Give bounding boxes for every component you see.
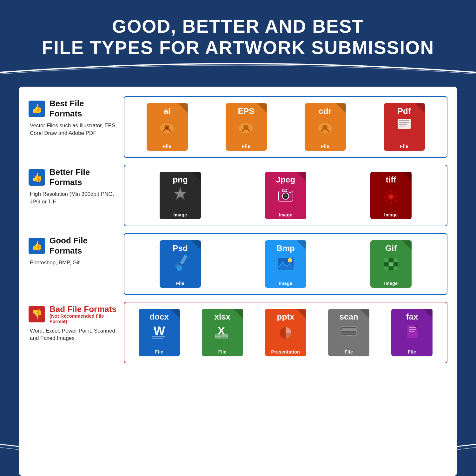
svg-rect-31 — [180, 255, 188, 265]
header: GOOD, BETTER AND BEST FILE TYPES FOR ART… — [0, 0, 476, 68]
svg-rect-8 — [399, 122, 409, 123]
file-shape-eps: EPS File — [226, 103, 267, 151]
file-shape-png: png Image — [160, 172, 201, 219]
file-shape-tiff: tiff — [370, 172, 412, 219]
bad-thumbs-icon: 👎 — [29, 306, 45, 322]
svg-rect-10 — [399, 126, 405, 127]
file-icon-jpeg: Jpeg Image — [263, 172, 308, 219]
main-container: GOOD, BETTER AND BEST FILE TYPES FOR ART… — [0, 0, 476, 476]
svg-rect-46 — [389, 267, 393, 270]
better-row: 👍 Better File Formats High Resolution (M… — [29, 165, 447, 226]
file-icon-ai: ai File — [145, 103, 189, 151]
svg-rect-44 — [394, 262, 398, 266]
svg-point-5 — [322, 125, 327, 130]
best-desc: Vector Files such as Illustrator, EPS, C… — [29, 122, 117, 137]
bad-thumbs-symbol: 👎 — [31, 309, 43, 319]
svg-rect-61 — [352, 335, 354, 339]
best-thumbs-symbol: 👍 — [31, 103, 43, 114]
file-icon-xlsx: xlsx X File — [200, 309, 245, 356]
svg-rect-40 — [389, 258, 393, 262]
best-icons-container: ai File EPS — [124, 96, 447, 158]
svg-rect-49 — [152, 336, 165, 337]
better-title: Better File Formats — [50, 167, 117, 187]
bad-row: 👎 Bad File Formats (Not Recommended File… — [29, 302, 447, 363]
header-line1: GOOD, BETTER AND BEST — [112, 16, 364, 36]
svg-point-30 — [393, 199, 397, 202]
svg-rect-18 — [282, 189, 287, 192]
ai-icon — [157, 116, 177, 137]
file-shape-scan: scan File — [328, 309, 369, 356]
bmp-icon — [275, 253, 296, 274]
svg-point-27 — [385, 191, 388, 194]
file-icon-bmp: Bmp Image — [263, 240, 308, 288]
svg-rect-9 — [399, 124, 407, 125]
psd-icon — [170, 253, 191, 274]
file-icon-png: png Image — [158, 172, 202, 219]
file-icon-fax: fax File — [390, 309, 434, 356]
fax-icon — [402, 322, 422, 341]
file-shape-psd: Psd File — [160, 240, 201, 288]
best-label-top: 👍 Best File Formats — [29, 99, 117, 118]
svg-rect-19 — [289, 192, 291, 193]
good-thumbs-icon: 👍 — [29, 238, 45, 254]
svg-rect-7 — [399, 120, 409, 121]
svg-rect-55 — [222, 334, 228, 336]
bad-desc: Word, Excel, Power Point, Scanned and Fa… — [29, 327, 117, 342]
svg-rect-50 — [152, 338, 163, 339]
file-icon-gif: Gif — [369, 240, 413, 288]
file-shape-jpeg: Jpeg Image — [265, 172, 306, 219]
better-label-side: 👍 Better File Formats High Resolution (M… — [29, 165, 124, 226]
svg-rect-65 — [409, 329, 416, 330]
better-icons-container: png Image Jpeg — [124, 165, 447, 226]
svg-rect-41 — [394, 258, 398, 262]
header-line2: FILE TYPES FOR ARTWORK SUBMISSION — [42, 37, 434, 58]
good-desc: Photoshop, BMP, Gif — [29, 259, 117, 267]
header-title: GOOD, BETTER AND BEST FILE TYPES FOR ART… — [19, 16, 457, 58]
eps-icon — [236, 116, 256, 137]
bad-icons-container: docx W File xlsx X — [124, 302, 447, 363]
content-area: 👍 Best File Formats Vector Files such as… — [19, 87, 457, 476]
file-shape-gif: Gif — [370, 240, 412, 288]
svg-rect-45 — [384, 267, 388, 270]
file-shape-pptx: pptx Presentation — [265, 309, 306, 356]
docx-icon: W — [150, 322, 169, 341]
bad-label-top: 👎 Bad File Formats (Not Recommended File… — [29, 304, 117, 324]
file-icon-pptx: pptx Presentation — [263, 309, 308, 356]
good-title: Good File Formats — [50, 236, 117, 255]
svg-point-26 — [395, 195, 398, 198]
svg-rect-58 — [342, 328, 356, 330]
pptx-icon — [276, 322, 295, 341]
file-shape-docx: docx W File — [139, 309, 180, 356]
better-label-top: 👍 Better File Formats — [29, 167, 117, 187]
bad-title: Bad File Formats — [50, 304, 117, 314]
swoosh-svg — [0, 55, 476, 74]
svg-rect-42 — [384, 262, 388, 266]
file-shape-pdf: Pdf File — [384, 103, 425, 151]
svg-rect-54 — [215, 334, 221, 336]
jpeg-icon — [275, 185, 296, 205]
bad-label-side: 👎 Bad File Formats (Not Recommended File… — [29, 302, 124, 363]
cdr-icon — [315, 116, 335, 137]
bad-subtitle: (Not Recommended File Format) — [50, 313, 117, 324]
svg-rect-47 — [394, 267, 398, 270]
svg-point-17 — [285, 195, 287, 197]
good-label-top: 👍 Good File Formats — [29, 236, 117, 255]
svg-rect-59 — [342, 332, 356, 334]
svg-rect-6 — [398, 119, 411, 129]
file-shape-cdr: cdr File — [305, 103, 346, 151]
good-icons-container: Psd File Bmp — [124, 233, 447, 295]
bad-title-wrap: Bad File Formats (Not Recommended File F… — [50, 304, 117, 324]
svg-point-37 — [288, 258, 292, 262]
file-shape-ai: ai File — [147, 103, 188, 151]
tiff-icon — [381, 185, 401, 205]
svg-point-29 — [385, 199, 388, 202]
file-icon-eps: EPS File — [224, 103, 268, 151]
svg-rect-43 — [389, 262, 393, 266]
svg-point-28 — [393, 191, 397, 194]
file-shape-xlsx: xlsx X File — [202, 309, 243, 356]
svg-point-3 — [243, 125, 248, 130]
file-icon-pdf: Pdf File — [382, 103, 426, 151]
better-thumbs-icon: 👍 — [29, 169, 45, 186]
good-label-side: 👍 Good File Formats Photoshop, BMP, Gif — [29, 233, 124, 295]
better-desc: High Resolution (Min 300dpi) PNG, JPG or… — [29, 190, 117, 206]
